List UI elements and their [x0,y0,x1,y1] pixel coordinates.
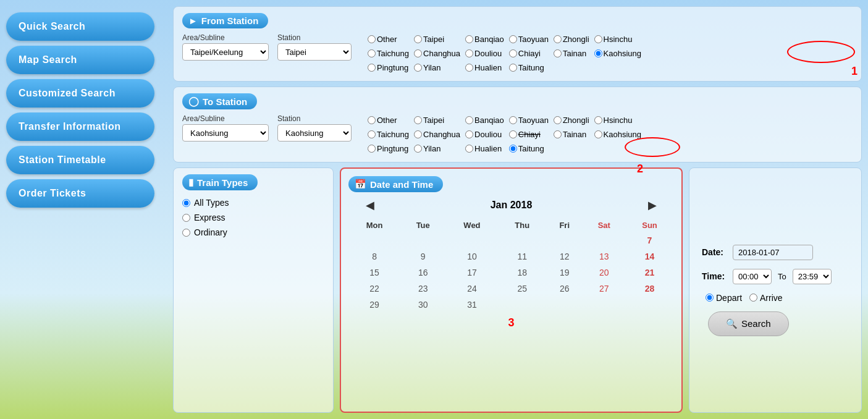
to-radio-taichung[interactable] [368,130,376,138]
from-radio-yilan[interactable] [414,64,422,72]
to-radio-pingtung[interactable] [368,145,376,153]
calendar-table: Mon Tue Wed Thu Fri Sat Sun 789101112131… [348,218,674,313]
train-types-title: ▮ Train Types [182,174,258,190]
calendar-panel: 📅 Date and Time ◀ Jan 2018 ▶ Mon Tue Wed… [340,167,683,413]
cal-day[interactable]: 25 [499,281,546,297]
cal-day[interactable]: 18 [499,265,546,281]
arrive-option[interactable]: Arrive [749,293,783,303]
from-radio-changhua[interactable] [414,49,422,57]
arrive-radio[interactable] [749,294,757,302]
cal-header-wed: Wed [445,218,498,232]
to-station-select[interactable]: Kaohsiung Taipei [277,124,352,142]
sidebar-item-transfer-information[interactable]: Transfer Information [6,112,154,141]
train-type-ordinary-radio[interactable] [182,229,190,237]
cal-day [400,232,445,248]
next-month-button[interactable]: ▶ [643,198,662,212]
to-radio-douliou[interactable] [465,130,473,138]
cal-day[interactable]: 7 [625,232,674,248]
cal-day[interactable]: 23 [400,281,445,297]
from-radio-taoyuan[interactable] [509,35,517,43]
to-radio-hualien[interactable] [465,145,473,153]
cal-day[interactable]: 9 [400,248,445,265]
to-radio-taitung[interactable] [509,145,517,153]
date-input[interactable] [733,245,813,260]
to-station-label: Station [277,114,352,123]
from-radio-douliou[interactable] [465,49,473,57]
cal-day[interactable]: 12 [546,248,583,265]
from-radio-taipei[interactable] [414,35,422,43]
from-area-select[interactable]: Taipei/Keelung Taichung Kaohsiung [182,43,269,61]
cal-header-fri: Fri [546,218,583,232]
arrive-label: Arrive [760,293,783,303]
sidebar-item-map-search[interactable]: Map Search [6,46,154,74]
search-button[interactable]: 🔍 Search [708,311,789,336]
to-radio-tainan[interactable] [554,130,562,138]
to-radio-other[interactable] [368,116,376,124]
to-radio-zhongli[interactable] [554,116,562,124]
time-row: Time: 00:0001:0002:0006:00 08:0010:0012:… [702,269,849,284]
to-radio-yilan[interactable] [414,145,422,153]
cal-day[interactable]: 19 [546,265,583,281]
to-radio-banqiao[interactable] [465,116,473,124]
cal-day[interactable]: 24 [445,281,498,297]
to-station-title: ◯ To Station [182,93,257,109]
sidebar-item-station-timetable[interactable]: Station Timetable [6,146,154,174]
cal-day[interactable]: 10 [445,248,498,265]
from-radio-kaohsiung[interactable] [594,49,602,57]
time-to-select[interactable]: 23:5922:0020:0018:00 16:0014:0012:0010:0… [793,269,832,284]
time-from-select[interactable]: 00:0001:0002:0006:00 08:0010:0012:0014:0… [733,269,772,284]
from-radio-taichung[interactable] [368,49,376,57]
cal-day[interactable]: 31 [445,297,498,313]
cal-day[interactable]: 8 [348,248,400,265]
sidebar-item-customized-search[interactable]: Customized Search [6,79,154,108]
cal-header-tue: Tue [400,218,445,232]
depart-option[interactable]: Depart [706,293,742,303]
from-radio-hualien[interactable] [465,64,473,72]
train-type-all-label: All Types [194,198,229,208]
train-type-all-radio[interactable] [182,199,190,207]
cal-day[interactable]: 11 [499,248,546,265]
from-radio-hsinchu[interactable] [594,35,602,43]
from-station-select[interactable]: Taipei Banqiao [277,43,352,61]
from-radio-other[interactable] [368,35,376,43]
to-radio-chiayi[interactable] [509,130,517,138]
train-types-panel: ▮ Train Types All Types Express Ordinary [173,167,334,413]
cal-day[interactable]: 14 [625,248,674,265]
cal-day[interactable]: 30 [400,297,445,313]
to-area-select[interactable]: Kaohsiung Taipei/Keelung Taichung [182,124,269,142]
from-radio-taitung[interactable] [509,64,517,72]
cal-day[interactable]: 13 [583,248,625,265]
to-radio-kaohsiung[interactable] [594,130,602,138]
to-radio-hsinchu[interactable] [594,116,602,124]
to-station-icon: ◯ [188,96,199,107]
cal-day[interactable]: 29 [348,297,400,313]
cal-day[interactable]: 21 [625,265,674,281]
cal-day[interactable]: 28 [625,281,674,297]
sidebar-item-order-tickets[interactable]: Order Tickets [6,179,154,208]
to-area-radios: Other Taipei Banqiao Taoyuan Zhongli Hsi… [368,114,646,154]
depart-radio[interactable] [706,294,714,302]
from-radio-tainan[interactable] [554,49,562,57]
cal-day[interactable]: 20 [583,265,625,281]
from-radio-pingtung[interactable] [368,64,376,72]
cal-day[interactable]: 16 [400,265,445,281]
to-radio-taoyuan[interactable] [509,116,517,124]
cal-day[interactable]: 26 [546,281,583,297]
from-area-label: Area/Subline [182,33,269,42]
cal-day[interactable]: 15 [348,265,400,281]
from-radio-zhongli[interactable] [554,35,562,43]
to-radio-taipei[interactable] [414,116,422,124]
sidebar-item-quick-search[interactable]: Quick Search [6,12,154,41]
prev-month-button[interactable]: ◀ [361,198,379,212]
train-type-express-radio[interactable] [182,214,190,222]
cal-day[interactable]: 22 [348,281,400,297]
bottom-area: ▮ Train Types All Types Express Ordinary [173,167,862,413]
to-radio-changhua[interactable] [414,130,422,138]
cal-day [499,232,546,248]
from-radio-banqiao[interactable] [465,35,473,43]
cal-day[interactable]: 17 [445,265,498,281]
from-radio-chiayi[interactable] [509,49,517,57]
cal-day[interactable]: 27 [583,281,625,297]
month-year-label: Jan 2018 [491,200,533,211]
from-station-icon: ► [188,15,198,26]
